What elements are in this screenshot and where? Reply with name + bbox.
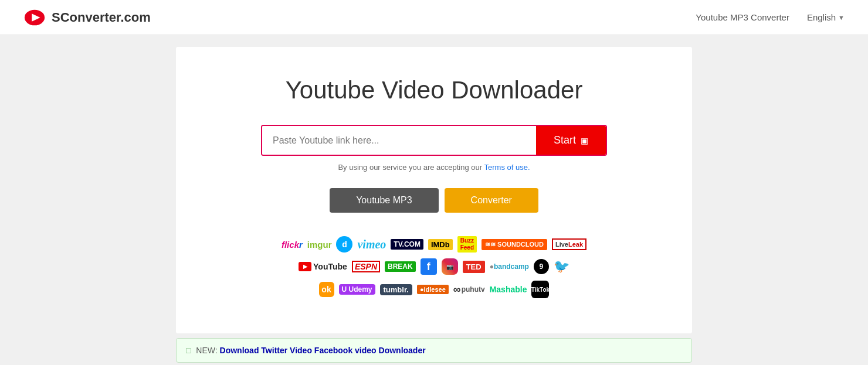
terms-text: By using our service you are accepting o… (194, 163, 674, 172)
start-label: Start (554, 134, 576, 146)
brand-liveleak: LiveLeak (552, 238, 586, 250)
brands-area: flickr imgur d vimeo TV.COM IMDb BuzzFee… (194, 236, 674, 298)
tab-buttons: Youtube MP3 Converter (194, 188, 674, 213)
alert-twitter-link[interactable]: Download Twitter Video Facebook video Do… (220, 346, 426, 355)
nav-mp3-converter[interactable]: Youtube MP3 Converter (696, 12, 789, 22)
start-icon: ▣ (581, 136, 588, 145)
alert-section: □ NEW: Download Twitter Video Facebook v… (176, 338, 692, 365)
brand-tvcom: TV.COM (391, 239, 423, 250)
logo-link[interactable]: SConverter.com (23, 6, 151, 29)
brand-mashable: Mashable (490, 285, 527, 294)
search-bar: Start ▣ (261, 125, 607, 156)
brand-idlesee: ●idlesee (417, 285, 449, 294)
header: SConverter.com Youtube MP3 Converter Eng… (0, 0, 868, 35)
brands-row-2: ▶ YouTube ESPN BREAK f 📷 TED ●bandcamp (299, 258, 569, 275)
brand-imdb: IMDb (428, 239, 453, 250)
brand-soundcloud: ≋≋ SOUNDCLOUD (482, 239, 547, 250)
page-outer: Youtube Video Downloader Start ▣ By usin… (0, 35, 868, 365)
page-title: Youtube Video Downloader (194, 76, 674, 104)
brand-udemy: U Udemy (339, 284, 375, 295)
brand-instagram: 📷 (442, 258, 458, 275)
puhutv-text: puhutv (462, 285, 485, 294)
brand-vimeo: vimeo (357, 238, 386, 251)
tab-converter[interactable]: Converter (445, 188, 538, 213)
puhutv-icon: ∞ (453, 284, 461, 296)
brand-youtube: ▶ YouTube (299, 262, 347, 271)
logo-text: SConverter.com (52, 10, 151, 25)
brand-tumblr: tumblr. (380, 284, 412, 295)
youtube-text: YouTube (313, 262, 347, 271)
start-button[interactable]: Start ▣ (536, 126, 606, 155)
brands-row-1: flickr imgur d vimeo TV.COM IMDb BuzzFee… (282, 236, 586, 253)
brand-twitter: 🐦 (554, 259, 569, 274)
nav-right: Youtube MP3 Converter English ▼ (696, 12, 845, 22)
language-label: English (807, 12, 836, 22)
youtube-url-input[interactable] (262, 126, 536, 155)
logo-icon (23, 6, 46, 29)
youtube-icon: ▶ (299, 262, 311, 271)
brand-dailymotion: d (336, 236, 352, 253)
alert-new-download: □ NEW: Download Twitter Video Facebook v… (176, 338, 692, 363)
brand-imgur: imgur (307, 240, 332, 250)
chevron-down-icon: ▼ (838, 14, 845, 21)
alert-icon-1: □ (186, 346, 191, 355)
content-area: Youtube Video Downloader Start ▣ By usin… (176, 47, 692, 333)
tab-youtube-mp3[interactable]: Youtube MP3 (330, 188, 438, 213)
main-card: Youtube Video Downloader Start ▣ By usin… (176, 47, 692, 333)
brand-9gag: 9 (534, 259, 549, 274)
terms-link[interactable]: Terms of use. (484, 163, 530, 172)
brand-espn: ESPN (352, 261, 380, 272)
brand-tiktok: TikTok (531, 281, 549, 298)
brand-break: BREAK (385, 261, 416, 272)
language-selector[interactable]: English ▼ (807, 12, 845, 22)
brand-ok: ok (319, 282, 334, 297)
brand-bandcamp: ●bandcamp (490, 262, 529, 271)
brands-row-3: ok U Udemy tumblr. ●idlesee ∞ puhutv Mas… (319, 281, 550, 298)
alert-new-prefix: NEW: (196, 346, 219, 355)
brand-ted: TED (463, 261, 485, 273)
brand-buzzfeed: BuzzFeed (457, 236, 477, 253)
brand-facebook: f (421, 258, 437, 275)
brand-flickr: flickr (282, 240, 303, 250)
brand-puhutv: ∞ puhutv (453, 284, 485, 296)
